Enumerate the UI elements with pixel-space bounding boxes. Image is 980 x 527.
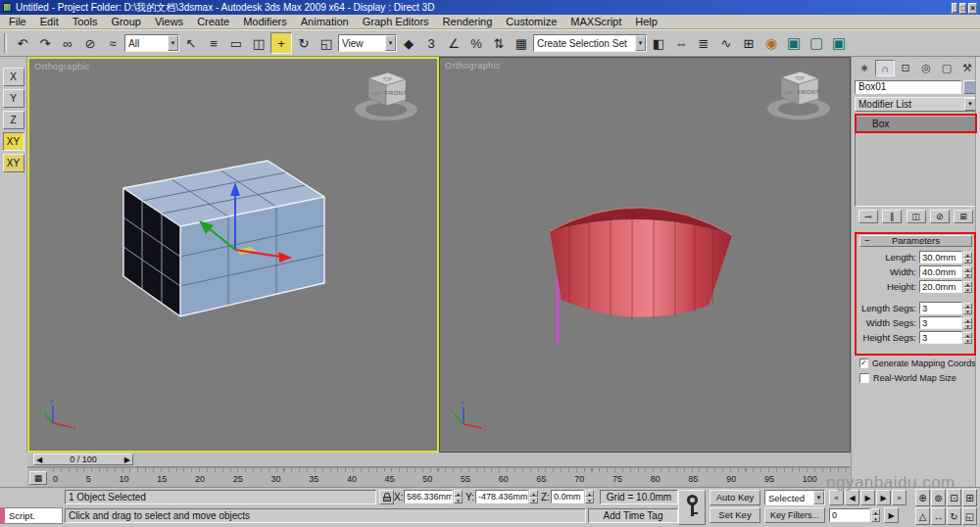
viewcube[interactable]: TOP LEFT FRONT (345, 65, 427, 127)
spinner-down-icon[interactable]: ▾ (963, 309, 972, 314)
spinner[interactable]: ▴ ▾ (963, 266, 972, 278)
select-and-manipulate-icon[interactable]: ◆ (398, 32, 419, 54)
set-key-button[interactable]: Set Key (710, 507, 760, 523)
redo-icon[interactable]: ↷ (34, 32, 56, 54)
spinner[interactable]: ▴ ▾ (963, 317, 972, 329)
tab-display[interactable]: ▢ (937, 60, 956, 76)
maxscript-mini-listener[interactable]: Script. (0, 507, 63, 524)
pan-icon[interactable]: ↔ (931, 507, 946, 525)
spinner-down-icon[interactable]: ▾ (963, 323, 972, 329)
height-field[interactable]: 20.0mm (919, 280, 962, 293)
pin-stack-icon[interactable]: ⊸ (858, 210, 878, 223)
tab-modify[interactable]: ∩ (875, 60, 895, 76)
maximize-button[interactable]: □ (959, 3, 966, 14)
spinner[interactable]: ▴▾ (871, 508, 880, 522)
curve-editor-icon[interactable]: ∿ (715, 32, 737, 54)
real-world-map-size-checkbox[interactable]: Real-World Map Size (859, 370, 978, 385)
menu-create[interactable]: Create (190, 15, 236, 28)
z-coordinate-field[interactable]: 0.0mm (551, 490, 584, 503)
spinner[interactable]: ▴ ▾ (963, 332, 972, 344)
spinner[interactable]: ▴▾ (529, 490, 538, 503)
height-segs-field[interactable]: 3 (919, 331, 962, 344)
menu-customize[interactable]: Customize (499, 15, 564, 28)
selection-lock-icon[interactable] (379, 490, 394, 504)
key-mode-dropdown[interactable]: Selected ▼ (764, 490, 825, 505)
modifier-stack[interactable]: Box (855, 115, 977, 207)
bind-to-spacewarp-icon[interactable]: ≈ (102, 32, 123, 54)
tab-utilities[interactable]: ⚒ (957, 60, 977, 76)
tab-motion[interactable]: ◎ (916, 60, 936, 76)
modifier-list-dropdown[interactable]: Modifier List ▼ (855, 97, 977, 112)
set-keys-key-icon[interactable] (678, 490, 706, 525)
make-unique-icon[interactable]: ◫ (906, 210, 926, 223)
add-time-tag[interactable]: Add Time Tag (588, 508, 678, 523)
edit-named-selection-sets-icon[interactable]: ▦ (511, 32, 532, 54)
tab-hierarchy[interactable]: ⊡ (896, 60, 915, 76)
select-and-move-icon[interactable]: + (270, 32, 292, 54)
menu-edit[interactable]: Edit (33, 15, 66, 28)
viewport-label[interactable]: Orthographic (34, 62, 90, 72)
rectangular-selection-region-icon[interactable]: ▭ (225, 32, 247, 54)
spinner[interactable]: ▴ ▾ (963, 281, 972, 293)
select-object-icon[interactable]: ↖ (180, 32, 202, 54)
constrain-plane-flyout-button[interactable]: XY (3, 154, 24, 172)
mirror-icon[interactable]: ◧ (648, 32, 669, 54)
spinner[interactable]: ▴▾ (454, 490, 463, 503)
constrain-xy-plane-button[interactable]: XY (3, 132, 24, 151)
material-editor-icon[interactable]: ◉ (760, 32, 782, 54)
angle-snap-icon[interactable]: ∠ (443, 32, 465, 54)
tab-create[interactable]: ∗ (855, 60, 874, 76)
menu-views[interactable]: Views (148, 15, 190, 28)
generate-mapping-coords-checkbox[interactable]: ✓ Generate Mapping Coords. (859, 356, 978, 370)
select-and-scale-icon[interactable]: ◱ (316, 32, 337, 54)
parameters-rollout-header[interactable]: − Parameters (859, 235, 972, 247)
width-field[interactable]: 40.0mm (919, 265, 962, 278)
reference-coordinate-system-dropdown[interactable]: View ▼ (338, 34, 397, 52)
render-setup-icon[interactable]: ▣ (783, 32, 805, 54)
show-end-result-icon[interactable]: ∥ (882, 210, 902, 223)
timeline-ruler[interactable]: ▦ 05101520253035404550556065707580859095… (27, 467, 851, 487)
undo-icon[interactable]: ↶ (12, 32, 33, 54)
menu-tools[interactable]: Tools (66, 15, 105, 28)
menu-group[interactable]: Group (104, 15, 148, 28)
menu-rendering[interactable]: Rendering (436, 15, 500, 28)
length-segs-field[interactable]: 3 (919, 302, 962, 314)
go-to-end-button[interactable]: ▶ (884, 507, 899, 523)
y-coordinate-field[interactable]: -478.436mm (475, 490, 528, 503)
unlink-selection-icon[interactable]: ⊘ (79, 32, 101, 54)
spinner-down-icon[interactable]: ▾ (963, 338, 972, 344)
auto-key-button[interactable]: Auto Key (710, 490, 760, 505)
spinner[interactable]: ▴ ▾ (963, 303, 972, 314)
spinner-down-icon[interactable]: ▾ (963, 272, 972, 278)
field-of-view-icon[interactable]: △ (915, 507, 930, 525)
percent-snap-icon[interactable]: % (466, 32, 487, 54)
close-button[interactable]: ✕ (968, 3, 977, 14)
select-by-name-icon[interactable]: ≡ (203, 32, 224, 54)
select-and-link-icon[interactable]: ∞ (57, 32, 78, 54)
align-icon[interactable]: ⇔ (670, 32, 692, 54)
rendered-frame-window-icon[interactable]: ▢ (806, 32, 827, 54)
constrain-z-button[interactable]: Z (3, 111, 24, 129)
width-segs-field[interactable]: 3 (919, 316, 962, 329)
open-mini-curve-editor-button[interactable]: ▦ (29, 471, 47, 485)
selection-filter-dropdown[interactable]: All ▼ (124, 34, 179, 52)
time-slider-prev-icon[interactable]: ◀ (36, 455, 42, 464)
time-slider-track[interactable]: ◀ 0 / 100 ▶ (27, 453, 851, 467)
key-filters-button[interactable]: Key Filters... (764, 507, 825, 523)
object-name-field[interactable]: Box01 (855, 80, 961, 94)
modifier-stack-item-box[interactable]: Box (857, 117, 975, 131)
window-crossing-icon[interactable]: ◫ (248, 32, 270, 54)
minimize-button[interactable]: _ (952, 3, 957, 14)
length-field[interactable]: 30.0mm (919, 251, 962, 264)
spinner-down-icon[interactable]: ▾ (963, 258, 972, 264)
spinner[interactable]: ▴▾ (585, 490, 594, 503)
menu-maxscript[interactable]: MAXScript (564, 15, 628, 28)
toolbar-handle[interactable] (4, 33, 7, 53)
remove-modifier-icon[interactable]: ⊘ (930, 210, 950, 223)
layer-manager-icon[interactable]: ≣ (693, 32, 714, 54)
configure-modifier-sets-icon[interactable]: ⊞ (954, 210, 973, 223)
menu-animation[interactable]: Animation (294, 15, 356, 28)
time-slider-next-icon[interactable]: ▶ (124, 455, 130, 464)
arc-rotate-icon[interactable]: ↻ (947, 507, 961, 525)
spinner-down-icon[interactable]: ▾ (963, 287, 972, 293)
